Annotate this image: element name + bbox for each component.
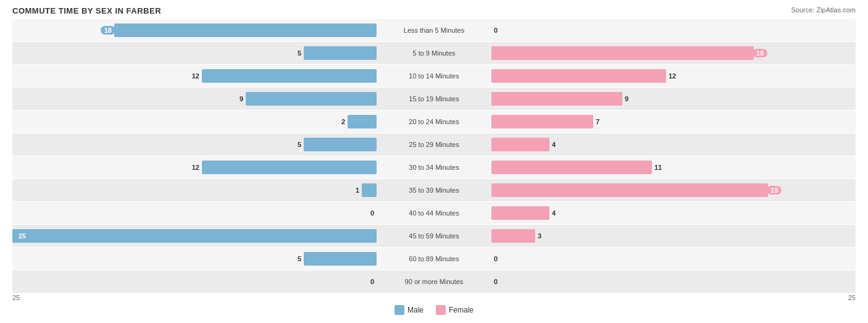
- female-value: 12: [669, 72, 676, 80]
- table-row: 040 to 44 Minutes4: [12, 202, 856, 224]
- left-section: 5: [12, 133, 377, 156]
- female-bar: [491, 115, 593, 128]
- left-section: 0: [12, 202, 377, 224]
- female-value: 0: [494, 278, 498, 285]
- female-bar: [491, 206, 549, 220]
- left-section: 25: [12, 225, 377, 247]
- female-value: 11: [654, 164, 662, 171]
- female-bar: [491, 229, 535, 243]
- right-section: 11: [491, 156, 856, 178]
- female-bar: [491, 46, 754, 60]
- male-value: 0: [370, 278, 374, 285]
- male-value: 5: [298, 141, 301, 148]
- male-value: 5: [298, 49, 301, 57]
- row-label: 15 to 19 Minutes: [377, 95, 491, 103]
- row-label: 30 to 34 Minutes: [377, 164, 491, 171]
- table-row: 55 to 9 Minutes18: [12, 42, 856, 64]
- female-value: 9: [625, 95, 628, 103]
- left-section: 12: [12, 65, 377, 87]
- chart-container: COMMUTE TIME BY SEX IN FARBER Source: Zi…: [0, 0, 868, 323]
- male-bar: [304, 46, 377, 60]
- male-bar: [362, 183, 377, 197]
- female-value: 4: [552, 209, 556, 217]
- table-row: 1210 to 14 Minutes12: [12, 65, 856, 87]
- male-value: 9: [240, 95, 243, 103]
- left-section: 12: [12, 156, 377, 178]
- male-label: Male: [407, 306, 424, 314]
- axis-left: 25: [12, 294, 20, 301]
- male-value: 1: [356, 187, 359, 194]
- right-section: 0: [491, 248, 856, 270]
- male-value: 12: [192, 72, 199, 80]
- row-label: 10 to 14 Minutes: [377, 72, 491, 80]
- male-value-badge: 25: [15, 232, 30, 240]
- right-section: 0: [491, 271, 856, 293]
- right-section: 3: [491, 225, 856, 247]
- row-label: 20 to 24 Minutes: [377, 118, 491, 125]
- female-value: 4: [552, 141, 556, 148]
- table-row: 525 to 29 Minutes4: [12, 133, 856, 156]
- row-label: 40 to 44 Minutes: [377, 209, 491, 217]
- table-row: 220 to 24 Minutes7: [12, 111, 856, 133]
- left-section: 9: [12, 88, 377, 110]
- row-label: 90 or more Minutes: [377, 278, 491, 285]
- male-bar: [114, 23, 377, 37]
- male-bar: [348, 115, 377, 128]
- table-row: 1230 to 34 Minutes11: [12, 156, 856, 178]
- source-label: Source: ZipAtlas.com: [791, 6, 856, 14]
- female-label: Female: [449, 306, 474, 314]
- right-section: 18: [491, 42, 856, 64]
- legend-female: Female: [436, 305, 474, 315]
- legend: Male Female: [12, 305, 856, 315]
- female-bar: [491, 69, 666, 83]
- rows-area: 18Less than 5 Minutes055 to 9 Minutes181…: [12, 19, 856, 293]
- row-label: 45 to 59 Minutes: [377, 232, 491, 240]
- male-value: 12: [192, 164, 199, 171]
- right-section: 12: [491, 65, 856, 87]
- row-label: 5 to 9 Minutes: [377, 49, 491, 57]
- row-label: 60 to 89 Minutes: [377, 255, 491, 262]
- male-bar: [304, 252, 377, 266]
- left-section: 5: [12, 248, 377, 270]
- female-value: 3: [538, 232, 541, 240]
- male-value: 2: [341, 118, 345, 125]
- female-value: 0: [494, 255, 498, 262]
- legend-male: Male: [394, 305, 424, 315]
- table-row: 915 to 19 Minutes9: [12, 88, 856, 110]
- female-value: 0: [494, 27, 498, 34]
- bottom-axis: 25 25: [12, 294, 856, 301]
- left-section: 5: [12, 42, 377, 64]
- right-section: 9: [491, 88, 856, 110]
- female-bar: [491, 138, 549, 151]
- female-bar: [491, 183, 768, 197]
- chart-title: COMMUTE TIME BY SEX IN FARBER: [12, 6, 856, 15]
- right-section: 19: [491, 179, 856, 201]
- table-row: 18Less than 5 Minutes0: [12, 19, 856, 41]
- table-row: 2545 to 59 Minutes3: [12, 225, 856, 247]
- male-bar: [12, 229, 377, 243]
- male-bar: [202, 161, 377, 174]
- left-section: 2: [12, 111, 377, 133]
- row-label: 25 to 29 Minutes: [377, 141, 491, 148]
- female-value: 7: [596, 118, 599, 125]
- right-section: 0: [491, 19, 856, 41]
- axis-right: 25: [848, 294, 856, 301]
- male-value: 5: [298, 255, 301, 262]
- male-swatch: [394, 305, 404, 315]
- male-bar: [202, 69, 377, 83]
- left-section: 1: [12, 179, 377, 201]
- male-value: 0: [370, 209, 374, 217]
- right-section: 7: [491, 111, 856, 133]
- female-bar: [491, 92, 622, 106]
- row-label: Less than 5 Minutes: [377, 27, 491, 34]
- female-swatch: [436, 305, 446, 315]
- table-row: 135 to 39 Minutes19: [12, 179, 856, 201]
- female-bar: [491, 161, 652, 174]
- table-row: 090 or more Minutes0: [12, 271, 856, 293]
- female-value-badge: 18: [753, 49, 767, 57]
- left-section: 0: [12, 271, 377, 293]
- right-section: 4: [491, 133, 856, 156]
- female-value-badge: 19: [767, 186, 782, 195]
- row-label: 35 to 39 Minutes: [377, 187, 491, 194]
- left-section: 18: [12, 19, 377, 41]
